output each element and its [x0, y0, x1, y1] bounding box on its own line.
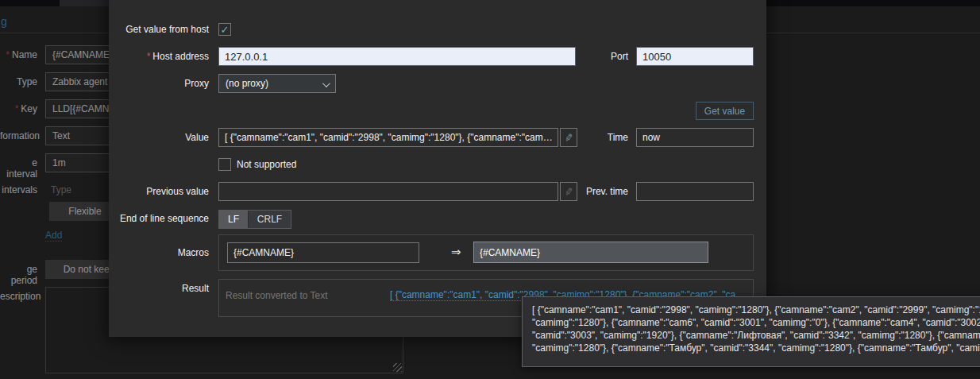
host-address-input[interactable]: [218, 47, 576, 66]
tooltip-line: "camimg":"1280"}, {"camname":"Тамбур", "…: [532, 342, 980, 354]
required-mark: *: [147, 51, 151, 62]
result-value-tooltip: [ {"camname":"cam1", "camid":"2998", "ca…: [522, 296, 980, 367]
proxy-label: Proxy: [109, 78, 209, 89]
macro-name-input[interactable]: [227, 242, 419, 263]
previous-value-label: Previous value: [109, 186, 209, 197]
host-address-label: *Host address: [109, 51, 209, 62]
value-label: Value: [109, 132, 209, 143]
not-supported-label: Not supported: [237, 159, 296, 170]
tooltip-line: "camid":"3003", "camimg":"1920"}, {"camn…: [532, 329, 980, 342]
eol-option-crlf[interactable]: CRLF: [248, 211, 291, 228]
port-label: Port: [554, 51, 628, 62]
port-input[interactable]: [636, 47, 754, 66]
chevron-down-icon: [322, 79, 330, 87]
tooltip-line: [ {"camname":"cam1", "camid":"2998", "ca…: [532, 304, 980, 316]
previous-value-input[interactable]: [218, 182, 558, 201]
arrow-right-icon: ⇒: [451, 245, 461, 259]
eol-segmented-control: LF CRLF: [218, 210, 291, 229]
value-input[interactable]: [218, 128, 558, 147]
not-supported-checkbox[interactable]: [218, 158, 231, 171]
macro-value-input[interactable]: [473, 242, 708, 263]
time-label: Time: [554, 132, 628, 143]
end-of-line-sequence-label: End of line sequence: [109, 213, 209, 224]
result-label: Result: [109, 283, 209, 294]
result-placeholder: Result converted to Text: [226, 290, 328, 301]
macros-panel: ⇒: [218, 234, 754, 271]
prev-time-input[interactable]: [636, 182, 754, 201]
get-value-from-host-checkbox[interactable]: [218, 23, 231, 36]
prev-time-label: Prev. time: [554, 186, 628, 197]
tooltip-line: "camimg":"1280"}, {"camname":"cam6", "ca…: [532, 316, 980, 329]
proxy-select[interactable]: (no proxy): [218, 74, 336, 93]
dialog-title: Test item: [127, 0, 175, 2]
get-value-button[interactable]: Get value: [696, 102, 754, 120]
time-input[interactable]: [636, 128, 754, 147]
get-value-from-host-label: Get value from host: [109, 24, 209, 35]
macros-label: Macros: [109, 247, 209, 258]
test-item-dialog: Test item Get value from host *Host addr…: [109, 0, 766, 337]
eol-option-lf[interactable]: LF: [219, 211, 248, 228]
